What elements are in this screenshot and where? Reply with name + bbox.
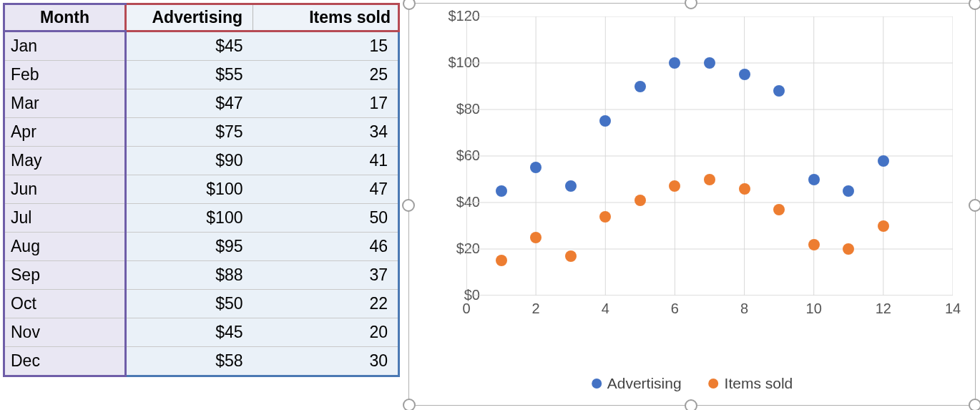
cell-month[interactable]: Aug: [4, 233, 126, 261]
x-tick-label: 8: [730, 301, 759, 317]
data-point[interactable]: [599, 211, 611, 223]
col-header-items-sold[interactable]: Items sold: [253, 4, 399, 31]
table-row[interactable]: Sep$8837: [4, 261, 399, 290]
cell-month[interactable]: Oct: [4, 290, 126, 318]
data-point[interactable]: [496, 185, 507, 197]
cell-advertising[interactable]: $100: [126, 175, 253, 204]
header-row: Month Advertising Items sold: [4, 4, 399, 31]
resize-handle-icon[interactable]: [969, 0, 980, 10]
data-point[interactable]: [808, 239, 820, 250]
data-point[interactable]: [808, 174, 820, 185]
table-row[interactable]: Apr$7534: [4, 118, 399, 147]
table-row[interactable]: Nov$4520: [4, 318, 399, 347]
data-point[interactable]: [773, 204, 785, 215]
cell-advertising[interactable]: $50: [126, 290, 253, 318]
table-row[interactable]: Aug$9546: [4, 233, 399, 261]
data-point[interactable]: [878, 220, 889, 232]
dot-icon: [709, 379, 719, 389]
resize-handle-icon[interactable]: [969, 399, 980, 410]
cell-month[interactable]: Dec: [4, 347, 126, 376]
data-point[interactable]: [704, 57, 715, 69]
cell-advertising[interactable]: $90: [126, 147, 253, 175]
table-row[interactable]: Mar$4717: [4, 89, 399, 118]
cell-month[interactable]: Jun: [4, 175, 126, 204]
cell-advertising[interactable]: $100: [126, 204, 253, 233]
cell-month[interactable]: Sep: [4, 261, 126, 290]
data-point[interactable]: [843, 185, 854, 197]
legend-label: Advertising: [607, 375, 682, 392]
data-table-wrap: Month Advertising Items sold Jan$4515Feb…: [0, 0, 404, 410]
cell-items-sold[interactable]: 34: [253, 118, 399, 147]
cell-advertising[interactable]: $45: [126, 31, 253, 61]
cell-month[interactable]: Jul: [4, 204, 126, 233]
cell-items-sold[interactable]: 37: [253, 261, 399, 290]
x-tick-label: 2: [521, 301, 550, 317]
data-point[interactable]: [634, 81, 646, 92]
chart-legend: Advertising Items sold: [592, 375, 793, 392]
x-tick-label: 14: [939, 301, 967, 317]
data-point[interactable]: [565, 250, 577, 262]
cell-month[interactable]: Mar: [4, 89, 126, 118]
cell-items-sold[interactable]: 46: [253, 233, 399, 261]
resize-handle-icon[interactable]: [402, 199, 415, 212]
cell-items-sold[interactable]: 17: [253, 89, 399, 118]
col-header-month[interactable]: Month: [4, 4, 126, 31]
data-table[interactable]: Month Advertising Items sold Jan$4515Feb…: [3, 3, 400, 377]
cell-items-sold[interactable]: 50: [253, 204, 399, 233]
x-tick-label: 4: [591, 301, 619, 317]
cell-advertising[interactable]: $95: [126, 233, 253, 261]
data-point[interactable]: [739, 183, 750, 195]
cell-advertising[interactable]: $45: [126, 318, 253, 347]
cell-advertising[interactable]: $58: [126, 347, 253, 376]
x-tick-label: 6: [660, 301, 689, 317]
cell-month[interactable]: Apr: [4, 118, 126, 147]
cell-month[interactable]: Nov: [4, 318, 126, 347]
cell-month[interactable]: Feb: [4, 61, 126, 89]
dot-icon: [592, 379, 602, 389]
resize-handle-icon[interactable]: [969, 199, 980, 212]
x-tick-label: 10: [800, 301, 828, 317]
cell-advertising[interactable]: $55: [126, 61, 253, 89]
cell-items-sold[interactable]: 30: [253, 347, 399, 376]
legend-label: Items sold: [725, 375, 793, 392]
table-row[interactable]: Jan$4515: [4, 31, 399, 61]
chart-frame: $0$20$40$60$80$100$120 02468101214 Adver…: [408, 3, 976, 406]
x-tick-label: 0: [452, 301, 481, 317]
chart-object[interactable]: $0$20$40$60$80$100$120 02468101214 Adver…: [404, 1, 977, 409]
cell-items-sold[interactable]: 25: [253, 61, 399, 89]
resize-handle-icon[interactable]: [685, 399, 697, 410]
cell-month[interactable]: Jan: [4, 31, 126, 61]
data-point[interactable]: [739, 69, 750, 80]
table-row[interactable]: Jul$10050: [4, 204, 399, 233]
col-header-advertising[interactable]: Advertising: [126, 4, 253, 31]
table-row[interactable]: May$9041: [4, 147, 399, 175]
data-point[interactable]: [496, 255, 507, 266]
cell-month[interactable]: May: [4, 147, 126, 175]
cell-items-sold[interactable]: 22: [253, 290, 399, 318]
table-row[interactable]: Feb$5525: [4, 61, 399, 89]
legend-item-items-sold[interactable]: Items sold: [709, 375, 793, 392]
data-point[interactable]: [634, 195, 646, 206]
data-point[interactable]: [878, 155, 889, 167]
table-row[interactable]: Dec$5830: [4, 347, 399, 376]
data-point[interactable]: [530, 232, 542, 243]
legend-item-advertising[interactable]: Advertising: [592, 375, 682, 392]
data-point[interactable]: [565, 180, 577, 192]
table-row[interactable]: Jun$10047: [4, 175, 399, 204]
cell-items-sold[interactable]: 15: [253, 31, 399, 61]
plot-area: [466, 16, 953, 296]
table-row[interactable]: Oct$5022: [4, 290, 399, 318]
cell-advertising[interactable]: $75: [126, 118, 253, 147]
cell-items-sold[interactable]: 20: [253, 318, 399, 347]
resize-handle-icon[interactable]: [403, 399, 416, 410]
data-point[interactable]: [704, 174, 715, 185]
cell-items-sold[interactable]: 47: [253, 175, 399, 204]
cell-advertising[interactable]: $47: [126, 89, 253, 118]
cell-items-sold[interactable]: 41: [253, 147, 399, 175]
x-tick-label: 12: [869, 301, 898, 317]
cell-advertising[interactable]: $88: [126, 261, 253, 290]
app-root: Month Advertising Items sold Jan$4515Feb…: [0, 0, 980, 410]
